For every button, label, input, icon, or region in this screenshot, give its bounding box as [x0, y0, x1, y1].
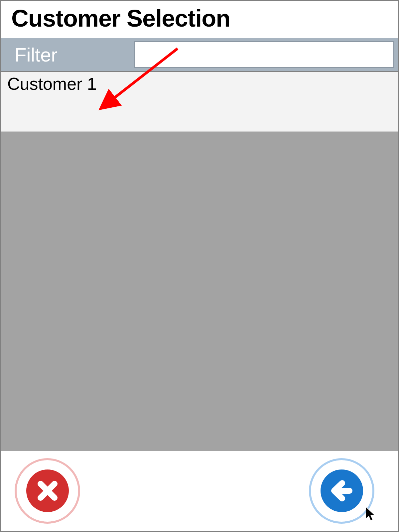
filter-input[interactable] [134, 41, 394, 68]
footer-toolbar [1, 451, 398, 531]
arrow-left-icon [321, 469, 363, 512]
back-button[interactable] [309, 458, 374, 524]
cancel-button[interactable] [15, 458, 80, 524]
customer-selection-dialog: Customer Selection Filter Customer 1 [0, 0, 399, 532]
filter-label: Filter [15, 44, 134, 66]
list-item[interactable]: Customer 1 [1, 72, 398, 132]
close-icon [26, 469, 69, 512]
title-bar: Customer Selection [1, 1, 398, 38]
page-title: Customer Selection [11, 5, 388, 32]
customer-list: Customer 1 [1, 71, 398, 451]
filter-bar: Filter [1, 38, 398, 71]
